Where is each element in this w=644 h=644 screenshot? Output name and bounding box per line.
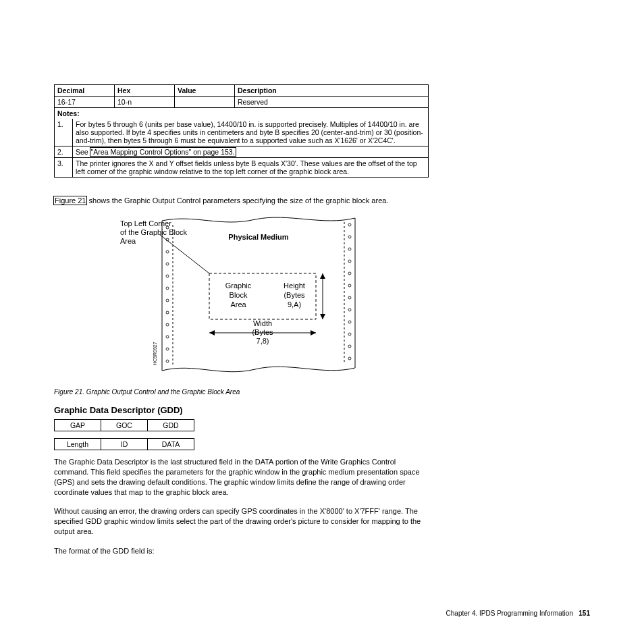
svg-text:Area: Area [120, 237, 136, 245]
cell-id: ID [101, 439, 148, 450]
svg-text:9,A): 9,A) [287, 300, 300, 308]
cell-gap: GAP [55, 420, 101, 431]
cell-goc: GOC [101, 420, 148, 431]
table-row: 16-17 10-n Reserved [55, 97, 429, 108]
figure-graphic-block: Top Left Corner of the Graphic Block Are… [54, 213, 429, 383]
figure-reference-paragraph: Figure 21 shows the Graphic Output Contr… [54, 196, 429, 205]
chapter-label: Chapter 4. IPDS Programming Information [446, 610, 573, 617]
td-hex: 10-n [115, 97, 175, 108]
svg-text:7,8): 7,8) [256, 337, 269, 345]
th-hex: Hex [115, 85, 175, 97]
th-decimal: Decimal [55, 85, 115, 97]
note-text: See "Area Mapping Control Options" on pa… [73, 146, 429, 158]
note-number: 1. [55, 119, 73, 146]
figure-caption: Figure 21. Graphic Output Control and th… [54, 388, 429, 396]
note-text: For bytes 5 through 6 (units per base va… [73, 119, 429, 146]
cell-data: DATA [148, 439, 194, 450]
th-description: Description [235, 85, 429, 97]
section-heading-gdd: Graphic Data Descriptor (GDD) [54, 405, 429, 415]
field-structure-bottom: Length ID DATA [54, 438, 194, 450]
cross-reference-link[interactable]: "Area Mapping Control Options" on page 1… [90, 148, 236, 156]
cell-gdd: GDD [148, 420, 194, 431]
td-description: Reserved [235, 97, 429, 108]
paragraph: The format of the GDD field is: [54, 546, 429, 556]
svg-text:Top Left Corner: Top Left Corner [120, 219, 171, 227]
svg-text:(Bytes: (Bytes [252, 328, 273, 336]
note-row: 1. For bytes 5 through 6 (units per base… [55, 119, 429, 146]
cell-length: Length [55, 439, 101, 450]
notes-table: 1. For bytes 5 through 6 (units per base… [54, 119, 429, 178]
td-decimal: 16-17 [55, 97, 115, 108]
field-structure-top: GAP GOC GDD [54, 419, 194, 431]
svg-text:Width: Width [252, 319, 271, 327]
td-value [175, 97, 235, 108]
note-row: 3. The printer ignores the X and Y offse… [55, 158, 429, 178]
svg-text:(Bytes: (Bytes [284, 291, 305, 299]
paragraph: The Graphic Data Descriptor is the last … [54, 457, 429, 497]
notes-heading: Notes: [54, 108, 429, 119]
svg-text:Block: Block [229, 291, 247, 299]
page-number: 151 [579, 610, 590, 617]
svg-text:Area: Area [230, 300, 246, 308]
svg-text:HC5R0927: HC5R0927 [153, 342, 157, 365]
note-text: The printer ignores the X and Y offset f… [73, 158, 429, 178]
parameter-table: Decimal Hex Value Description 16-17 10-n… [54, 84, 429, 108]
figure-reference-link[interactable]: Figure 21 [54, 196, 86, 205]
note-row: 2. See "Area Mapping Control Options" on… [55, 146, 429, 158]
svg-text:of the Graphic Block: of the Graphic Block [120, 228, 188, 236]
document-page: Decimal Hex Value Description 16-17 10-n… [54, 84, 429, 566]
svg-text:Physical Medium: Physical Medium [228, 233, 288, 241]
page-footer: Chapter 4. IPDS Programming Information … [446, 610, 590, 617]
svg-text:Height: Height [284, 281, 305, 290]
paragraph: Without causing an error, the drawing or… [54, 506, 429, 537]
note-number: 3. [55, 158, 73, 178]
svg-text:Graphic: Graphic [225, 281, 251, 290]
table-header-row: Decimal Hex Value Description [55, 85, 429, 97]
th-value: Value [175, 85, 235, 97]
note-number: 2. [55, 146, 73, 158]
